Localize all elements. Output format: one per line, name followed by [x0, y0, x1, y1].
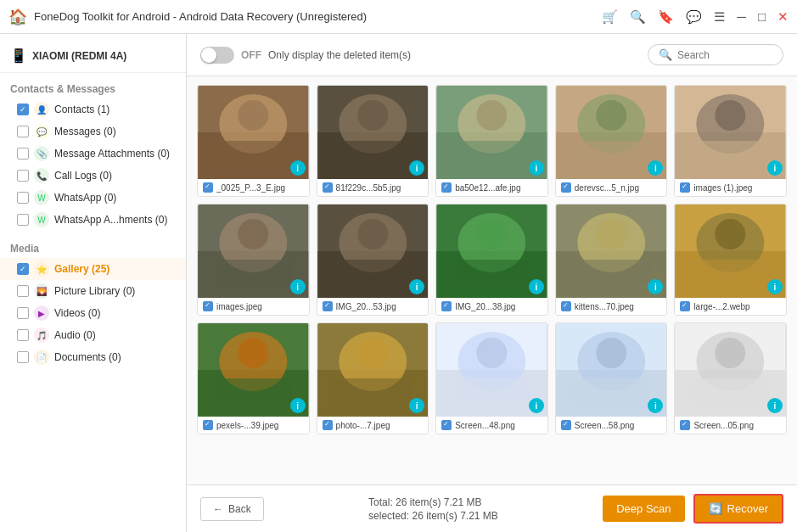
photo-card: i photo-...7.jpeg	[317, 322, 429, 434]
recover-button[interactable]: 🔄 Recover	[693, 494, 783, 524]
photo-checkbox[interactable]	[203, 301, 213, 311]
photo-checkbox[interactable]	[680, 182, 690, 193]
photo-info-badge[interactable]: i	[767, 160, 783, 176]
sidebar-item-whatsapp[interactable]: W WhatsApp (0)	[0, 187, 186, 209]
toolbar: OFF Only display the deleted item(s) 🔍	[187, 34, 797, 76]
svg-point-43	[596, 219, 626, 249]
photo-info-badge[interactable]: i	[529, 279, 544, 294]
call-logs-checkbox[interactable]	[17, 170, 29, 182]
photo-info-badge[interactable]: i	[529, 160, 544, 176]
whatsapp-attach-checkbox[interactable]	[17, 214, 29, 226]
videos-icon: ▶	[34, 305, 49, 321]
photo-footer: images.jpeg	[198, 298, 309, 315]
app-logo-icon: 🏠	[8, 8, 27, 26]
sidebar-item-message-attachments[interactable]: 📎 Message Attachments (0)	[0, 143, 186, 165]
svg-point-68	[596, 338, 626, 368]
back-button[interactable]: ← Back	[200, 497, 264, 521]
audio-checkbox[interactable]	[17, 329, 29, 341]
sidebar-item-contacts[interactable]: 👤 Contacts (1)	[0, 98, 186, 120]
contacts-checkbox[interactable]	[17, 104, 29, 115]
photo-checkbox[interactable]	[680, 420, 690, 430]
search-input[interactable]	[677, 49, 772, 61]
sidebar: 📱 XIAOMI (REDMI 4A) Contacts & Messages …	[0, 34, 187, 532]
deep-scan-button[interactable]: Deep Scan	[603, 496, 684, 522]
photo-filename: photo-...7.jpeg	[336, 421, 390, 430]
documents-checkbox[interactable]	[17, 351, 29, 363]
bottom-stats: Total: 26 item(s) 7.21 MB selected: 26 i…	[368, 496, 498, 522]
contacts-messages-section: Contacts & Messages 👤 Contacts (1) 💬 Mes…	[0, 78, 186, 231]
sidebar-item-picture-library[interactable]: 🌄 Picture Library (0)	[0, 280, 186, 302]
maximize-icon[interactable]: □	[758, 9, 766, 24]
app-title: FoneDog Toolkit for Android - Android Da…	[34, 10, 367, 23]
photo-checkbox[interactable]	[323, 420, 333, 430]
photo-card: i IMG_20...38.jpg	[435, 204, 548, 316]
search-icon[interactable]: 🔍	[630, 9, 646, 25]
sidebar-item-audio[interactable]: 🎵 Audio (0)	[0, 324, 186, 346]
photo-info-badge[interactable]: i	[290, 160, 306, 176]
picture-library-checkbox[interactable]	[17, 285, 29, 297]
videos-checkbox[interactable]	[17, 307, 29, 319]
svg-rect-24	[693, 141, 769, 166]
sidebar-item-gallery[interactable]: ⭐ Gallery (25)	[0, 258, 186, 280]
photo-info-badge[interactable]: i	[290, 398, 306, 413]
toggle-description: Only display the deleted item(s)	[268, 49, 411, 61]
photo-filename: kittens...70.jpeg	[575, 302, 634, 311]
audio-label: Audio (0)	[54, 329, 96, 341]
photo-image-wrap: i	[317, 86, 429, 179]
photo-checkbox[interactable]	[203, 420, 213, 430]
media-section: Media ⭐ Gallery (25) 🌄 Picture Library (…	[0, 238, 186, 368]
gallery-checkbox[interactable]	[17, 263, 29, 275]
photo-footer: IMG_20...53.jpg	[317, 298, 429, 315]
photo-grid: i _0025_P...3_E.jpg i 81f229c...5b5.jpg	[197, 85, 787, 434]
photo-card: i Screen...58.png	[555, 322, 668, 434]
photo-info-badge[interactable]: i	[767, 279, 783, 294]
close-icon[interactable]: ✕	[777, 9, 789, 25]
flag-icon[interactable]: 🔖	[658, 9, 674, 25]
photo-checkbox[interactable]	[323, 182, 333, 193]
photo-checkbox[interactable]	[441, 182, 452, 193]
whatsapp-checkbox[interactable]	[17, 192, 29, 204]
photo-checkbox[interactable]	[203, 182, 213, 193]
menu-icon[interactable]: ☰	[714, 9, 725, 25]
photo-image-wrap: i	[675, 204, 786, 298]
sidebar-item-videos[interactable]: ▶ Videos (0)	[0, 302, 186, 324]
sidebar-item-messages[interactable]: 💬 Messages (0)	[0, 120, 186, 143]
photo-footer: Screen...48.png	[436, 417, 547, 434]
chat-icon[interactable]: 💬	[686, 9, 702, 25]
photo-checkbox[interactable]	[561, 182, 571, 193]
svg-rect-19	[573, 141, 649, 166]
photo-info-badge[interactable]: i	[290, 279, 306, 294]
photo-card: i Screen...48.png	[435, 322, 548, 434]
whatsapp-label: WhatsApp (0)	[54, 192, 116, 204]
photo-checkbox[interactable]	[561, 420, 571, 430]
minimize-icon[interactable]: ─	[737, 9, 746, 24]
photo-footer: 81f229c...5b5.jpg	[317, 179, 429, 196]
svg-rect-14	[453, 141, 530, 166]
sidebar-item-whatsapp-attachments[interactable]: W WhatsApp A...hments (0)	[0, 209, 186, 231]
photo-filename: images (1).jpeg	[693, 183, 752, 193]
photo-info-badge[interactable]: i	[529, 398, 544, 413]
sidebar-item-documents[interactable]: 📄 Documents (0)	[0, 346, 186, 368]
photo-grid-area: i _0025_P...3_E.jpg i 81f229c...5b5.jpg	[187, 76, 797, 484]
back-icon: ←	[213, 503, 223, 515]
photo-info-badge[interactable]: i	[767, 398, 783, 413]
photo-checkbox[interactable]	[561, 301, 571, 311]
photo-filename: IMG_20...38.jpg	[455, 302, 515, 311]
whatsapp-attach-icon: W	[34, 212, 49, 227]
photo-checkbox[interactable]	[323, 301, 333, 311]
photo-card: i large-...2.webp	[674, 204, 787, 316]
search-box[interactable]: 🔍	[648, 44, 783, 65]
contacts-messages-label: Contacts & Messages	[0, 78, 186, 98]
messages-checkbox[interactable]	[17, 126, 29, 137]
documents-icon: 📄	[34, 350, 49, 365]
sidebar-item-call-logs[interactable]: 📞 Call Logs (0)	[0, 165, 186, 187]
photo-footer: Screen...58.png	[556, 417, 667, 434]
photo-checkbox[interactable]	[441, 420, 452, 430]
cart-icon[interactable]: 🛒	[602, 9, 618, 25]
photo-checkbox[interactable]	[680, 301, 690, 311]
deleted-items-toggle[interactable]	[200, 47, 234, 64]
messages-icon: 💬	[34, 124, 49, 139]
photo-checkbox[interactable]	[441, 301, 452, 311]
photo-filename: Screen...58.png	[575, 421, 635, 430]
msg-attach-checkbox[interactable]	[17, 148, 29, 160]
